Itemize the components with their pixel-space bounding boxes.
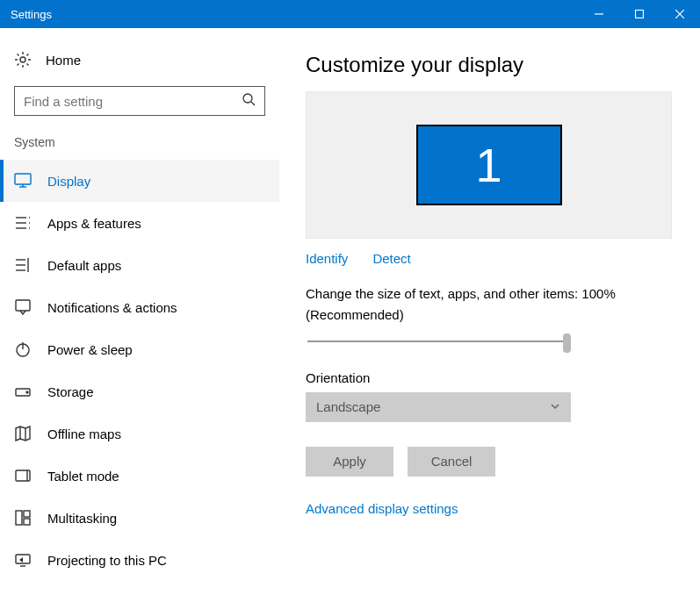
sidebar-item-projecting[interactable]: Projecting to this PC bbox=[0, 539, 279, 581]
sidebar-item-label: Tablet mode bbox=[47, 469, 119, 484]
section-label: System bbox=[0, 135, 279, 160]
svg-point-5 bbox=[243, 94, 252, 103]
multitasking-icon bbox=[14, 510, 32, 526]
svg-point-4 bbox=[20, 57, 25, 62]
scale-slider[interactable] bbox=[307, 332, 567, 353]
sidebar-item-apps-features[interactable]: Apps & features bbox=[0, 202, 279, 244]
sidebar-item-label: Display bbox=[47, 174, 90, 189]
page-title: Customize your display bbox=[306, 53, 672, 77]
sidebar-item-label: Apps & features bbox=[47, 216, 141, 231]
sidebar-item-label: Offline maps bbox=[47, 427, 121, 441]
orientation-dropdown[interactable]: Landscape bbox=[306, 392, 571, 422]
sidebar-item-default-apps[interactable]: Default apps bbox=[0, 244, 279, 286]
apply-button[interactable]: Apply bbox=[306, 447, 393, 477]
default-apps-icon bbox=[14, 257, 32, 273]
orientation-label: Orientation bbox=[306, 370, 672, 385]
power-icon bbox=[14, 341, 32, 357]
search-icon bbox=[242, 92, 256, 110]
sidebar-item-display[interactable]: Display bbox=[0, 160, 279, 202]
identify-link[interactable]: Identify bbox=[306, 251, 348, 266]
cancel-button[interactable]: Cancel bbox=[408, 447, 495, 477]
monitor-thumbnail-1[interactable]: 1 bbox=[416, 125, 562, 205]
gear-icon bbox=[14, 51, 32, 68]
detect-link[interactable]: Detect bbox=[372, 251, 410, 266]
tablet-icon bbox=[14, 468, 32, 484]
svg-rect-31 bbox=[24, 519, 30, 525]
home-label: Home bbox=[46, 53, 81, 68]
projecting-icon bbox=[14, 552, 32, 568]
scale-text: Change the size of text, apps, and other… bbox=[306, 285, 672, 303]
sidebar-item-tablet-mode[interactable]: Tablet mode bbox=[0, 455, 279, 497]
storage-icon bbox=[14, 385, 32, 398]
sidebar-item-power-sleep[interactable]: Power & sleep bbox=[0, 328, 279, 370]
sidebar-item-label: Multitasking bbox=[47, 511, 117, 526]
sidebar-item-label: Storage bbox=[47, 384, 94, 399]
main-panel: Customize your display 1 Identify Detect… bbox=[279, 28, 700, 595]
sidebar-item-storage[interactable]: Storage bbox=[0, 370, 279, 412]
svg-rect-20 bbox=[16, 300, 30, 311]
svg-rect-29 bbox=[16, 511, 22, 525]
svg-line-6 bbox=[251, 102, 255, 105]
slider-track bbox=[307, 341, 567, 342]
sidebar-item-offline-maps[interactable]: Offline maps bbox=[0, 412, 279, 455]
notifications-icon bbox=[14, 299, 32, 315]
sidebar-item-label: Projecting to this PC bbox=[47, 553, 167, 568]
display-preview[interactable]: 1 bbox=[306, 91, 672, 239]
orientation-value: Landscape bbox=[316, 399, 380, 414]
svg-rect-30 bbox=[24, 511, 30, 517]
advanced-display-link[interactable]: Advanced display settings bbox=[306, 501, 672, 516]
search-input-container[interactable] bbox=[14, 86, 265, 116]
minimize-button[interactable] bbox=[579, 0, 619, 28]
slider-thumb[interactable] bbox=[563, 333, 571, 353]
home-button[interactable]: Home bbox=[0, 44, 279, 86]
titlebar: Settings bbox=[0, 0, 700, 28]
sidebar-item-label: Power & sleep bbox=[47, 342, 133, 357]
sidebar-item-multitasking[interactable]: Multitasking bbox=[0, 497, 279, 539]
maps-icon bbox=[14, 426, 32, 441]
sidebar-item-label: Notifications & actions bbox=[47, 300, 177, 315]
close-button[interactable] bbox=[660, 0, 700, 28]
sidebar-item-label: Default apps bbox=[47, 258, 121, 273]
search-input[interactable] bbox=[24, 94, 242, 109]
chevron-down-icon bbox=[550, 399, 560, 414]
svg-rect-1 bbox=[636, 11, 644, 18]
maximize-button[interactable] bbox=[619, 0, 660, 28]
monitor-number: 1 bbox=[475, 138, 502, 192]
scale-text-sub: (Recommended) bbox=[306, 306, 672, 324]
apps-icon bbox=[14, 215, 32, 231]
sidebar: Home System Display Apps & features bbox=[0, 28, 279, 595]
svg-point-24 bbox=[26, 391, 28, 393]
sidebar-item-notifications[interactable]: Notifications & actions bbox=[0, 286, 279, 328]
display-icon bbox=[14, 173, 32, 189]
svg-rect-7 bbox=[15, 174, 31, 184]
window-title: Settings bbox=[11, 8, 52, 21]
